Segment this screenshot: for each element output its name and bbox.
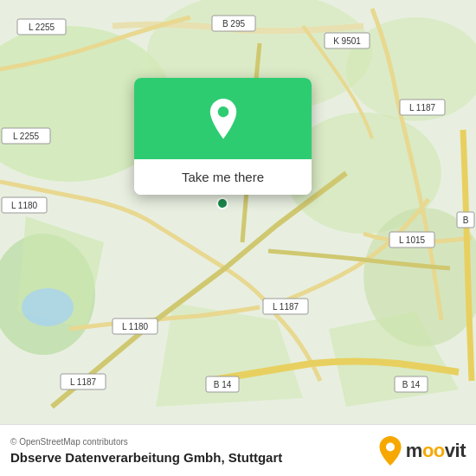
svg-text:K 9501: K 9501: [333, 36, 361, 46]
svg-text:L 1187: L 1187: [273, 302, 299, 312]
moovit-logo: moovit: [378, 436, 466, 466]
svg-text:L 1180: L 1180: [11, 201, 38, 210]
bottom-bar: © OpenStreetMap contributors Dbserve Dat…: [0, 424, 476, 476]
svg-text:L 1187: L 1187: [409, 103, 436, 113]
svg-text:L 2255: L 2255: [13, 132, 40, 141]
place-name: Dbserve Datenverarbeitung Gmbh, Stuttgar…: [10, 450, 378, 465]
popup-icon-area: [134, 78, 312, 159]
popup-card: Take me there: [134, 78, 312, 195]
svg-text:L 2255: L 2255: [29, 23, 55, 32]
svg-point-39: [386, 442, 395, 451]
map-container: L 2255 B 295 K 9501 L 1187 L 2255 L 1180…: [0, 0, 476, 424]
map-svg: L 2255 B 295 K 9501 L 1187 L 2255 L 1180…: [0, 0, 476, 424]
svg-point-10: [22, 288, 74, 326]
svg-point-37: [217, 198, 228, 209]
moovit-pin-icon: [378, 436, 402, 466]
attribution-text: © OpenStreetMap contributors: [10, 437, 378, 447]
svg-text:B: B: [463, 215, 469, 225]
svg-text:L 1180: L 1180: [122, 322, 149, 331]
svg-text:L 1187: L 1187: [70, 377, 97, 387]
moovit-brand-text: moovit: [406, 440, 466, 462]
svg-text:B 14: B 14: [402, 380, 421, 389]
svg-text:B 14: B 14: [214, 380, 232, 389]
bottom-left: © OpenStreetMap contributors Dbserve Dat…: [10, 437, 378, 465]
take-me-there-button[interactable]: Take me there: [134, 159, 312, 195]
svg-point-38: [217, 106, 228, 118]
svg-text:B 295: B 295: [222, 19, 246, 29]
svg-text:L 1015: L 1015: [399, 235, 426, 245]
location-pin-icon: [202, 99, 245, 142]
